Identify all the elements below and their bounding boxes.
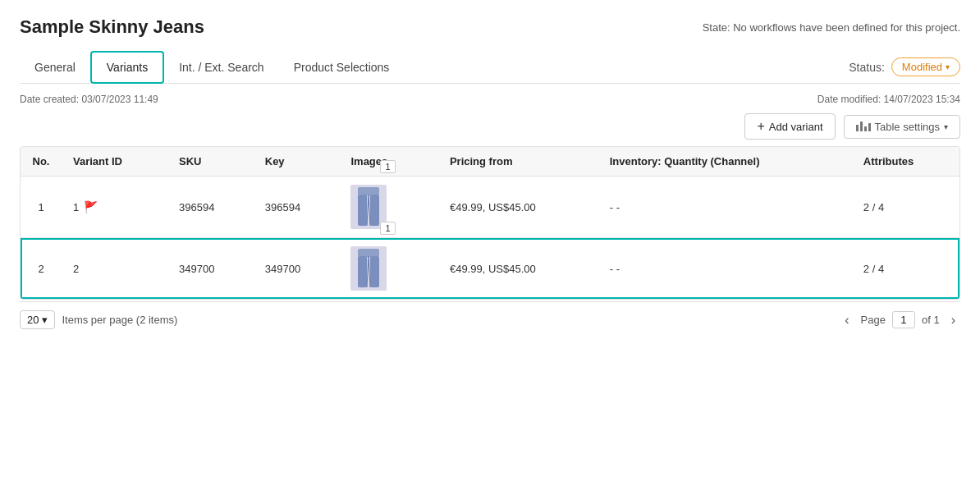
svg-line-9 bbox=[369, 256, 370, 287]
status-section: Status: Modified ▾ bbox=[849, 57, 960, 76]
svg-rect-0 bbox=[358, 187, 379, 195]
add-variant-button[interactable]: + Add variant bbox=[744, 113, 835, 140]
cell-variant-id: 1 🚩 bbox=[62, 177, 167, 238]
cell-pricing: €49.99, US$45.00 bbox=[438, 238, 598, 300]
col-variant-id: Variant ID bbox=[62, 147, 167, 177]
col-sku: SKU bbox=[167, 147, 254, 177]
svg-rect-1 bbox=[358, 195, 367, 226]
plus-icon: + bbox=[757, 119, 764, 134]
cell-no: 2 bbox=[21, 238, 62, 300]
col-key: Key bbox=[254, 147, 340, 177]
tab-int-ext-search[interactable]: Int. / Ext. Search bbox=[164, 51, 279, 83]
cell-inventory: - - bbox=[598, 238, 852, 300]
cell-variant-id: 2 bbox=[62, 238, 167, 300]
table-settings-button[interactable]: Table settings ▾ bbox=[844, 115, 961, 139]
variant-id-value: 2 bbox=[73, 263, 79, 275]
status-badge[interactable]: Modified ▾ bbox=[891, 57, 960, 76]
flag-icon: 🚩 bbox=[84, 200, 98, 213]
image-count-badge: 1 bbox=[380, 222, 395, 235]
table-settings-icon bbox=[856, 122, 871, 131]
pagination: ‹ Page 1 of 1 › bbox=[840, 311, 960, 329]
page-title: Sample Skinny Jeans bbox=[20, 16, 204, 38]
per-page-dropdown[interactable]: 20 ▾ bbox=[20, 310, 55, 329]
cell-pricing: €49.99, US$45.00 bbox=[438, 177, 598, 238]
next-page-button[interactable]: › bbox=[946, 311, 960, 329]
col-pricing: Pricing from bbox=[438, 147, 598, 177]
toolbar: + Add variant Table settings ▾ bbox=[20, 113, 960, 140]
status-chevron-icon: ▾ bbox=[946, 62, 950, 71]
cell-inventory: - - bbox=[598, 177, 852, 238]
tab-general[interactable]: General bbox=[20, 51, 90, 83]
current-page-box[interactable]: 1 bbox=[892, 311, 915, 328]
image-count-badge: 1 bbox=[380, 160, 395, 173]
tab-bar: General Variants Int. / Ext. Search Prod… bbox=[20, 51, 404, 83]
tab-variants[interactable]: Variants bbox=[90, 51, 164, 84]
svg-rect-5 bbox=[358, 249, 379, 257]
svg-rect-7 bbox=[370, 256, 379, 287]
cell-sku: 349700 bbox=[167, 238, 254, 300]
cell-sku: 396594 bbox=[167, 177, 254, 238]
per-page-section: 20 ▾ Items per page (2 items) bbox=[20, 310, 177, 329]
items-per-page-text: Items per page (2 items) bbox=[62, 314, 177, 326]
meta-row: Date created: 03/07/2023 11:49 Date modi… bbox=[20, 94, 960, 105]
date-modified: Date modified: 14/07/2023 15:34 bbox=[817, 94, 960, 105]
date-created: Date created: 03/07/2023 11:49 bbox=[20, 94, 158, 105]
cell-images: 1 bbox=[339, 238, 437, 300]
cell-attributes: 2 / 4 bbox=[852, 238, 959, 300]
table-header-row: No. Variant ID SKU Key Images Pricing fr… bbox=[21, 147, 959, 177]
cell-no: 1 bbox=[21, 177, 62, 238]
status-value: Modified bbox=[902, 61, 942, 73]
table-settings-chevron-icon: ▾ bbox=[944, 122, 948, 131]
variants-table: No. Variant ID SKU Key Images Pricing fr… bbox=[20, 146, 960, 300]
svg-line-4 bbox=[369, 195, 370, 226]
table-footer: 20 ▾ Items per page (2 items) ‹ Page 1 o… bbox=[20, 301, 960, 337]
variant-id-value: 1 bbox=[73, 201, 79, 213]
cell-key: 396594 bbox=[254, 177, 340, 238]
per-page-chevron-icon: ▾ bbox=[42, 314, 48, 326]
page-label: Page bbox=[861, 314, 886, 326]
cell-key: 349700 bbox=[254, 238, 340, 300]
of-text: of 1 bbox=[922, 314, 940, 326]
add-variant-label: Add variant bbox=[769, 121, 823, 133]
cell-attributes: 2 / 4 bbox=[852, 177, 959, 238]
col-inventory: Inventory: Quantity (Channel) bbox=[598, 147, 852, 177]
col-no: No. bbox=[21, 147, 62, 177]
state-text: State: No workflows have been defined fo… bbox=[703, 21, 960, 34]
status-label: Status: bbox=[849, 61, 885, 74]
svg-rect-2 bbox=[370, 195, 379, 226]
table-row[interactable]: 2 2 349700 349700 bbox=[21, 238, 959, 300]
tab-product-selections[interactable]: Product Selections bbox=[279, 51, 405, 83]
per-page-value: 20 bbox=[27, 314, 39, 326]
svg-rect-6 bbox=[358, 256, 367, 287]
table-row[interactable]: 1 1 🚩 396594 396594 bbox=[21, 177, 959, 238]
product-thumbnail bbox=[350, 246, 387, 291]
svg-line-8 bbox=[367, 256, 369, 287]
prev-page-button[interactable]: ‹ bbox=[840, 311, 854, 329]
table-settings-label: Table settings bbox=[875, 121, 941, 133]
col-attributes: Attributes bbox=[852, 147, 959, 177]
svg-line-3 bbox=[367, 195, 369, 226]
